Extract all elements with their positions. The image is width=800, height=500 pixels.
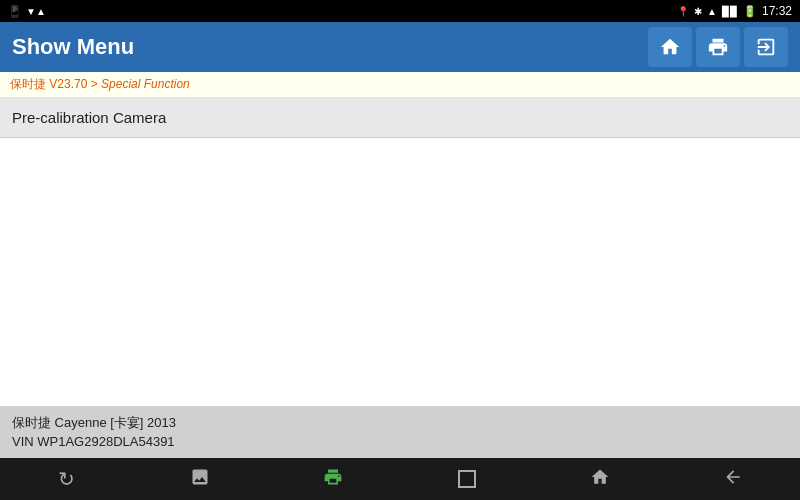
image-icon xyxy=(190,467,210,492)
breadcrumb-version: V23.70 xyxy=(49,77,87,91)
nav-refresh-button[interactable]: ↻ xyxy=(47,462,87,496)
square-icon xyxy=(458,470,476,488)
battery-icon: 🔋 xyxy=(743,5,757,18)
nav-square-button[interactable] xyxy=(447,462,487,496)
toolbar-actions xyxy=(648,27,788,67)
nav-print-button[interactable] xyxy=(313,462,353,496)
breadcrumb: 保时捷 V23.70 > Special Function xyxy=(0,72,800,98)
nav-image-button[interactable] xyxy=(180,462,220,496)
nav-home-icon xyxy=(590,467,610,492)
home-button[interactable] xyxy=(648,27,692,67)
location-icon: 📍 xyxy=(677,6,689,17)
list-item-label: Pre-calibration Camera xyxy=(12,109,166,126)
bluetooth-icon: ✱ xyxy=(694,6,702,17)
bottom-info-bar: 保时捷 Cayenne [卡宴] 2013 VIN WP1AG2928DLA54… xyxy=(0,406,800,458)
home-icon xyxy=(659,36,681,58)
breadcrumb-brand: 保时捷 V23.70 > Special Function xyxy=(10,76,190,93)
toolbar: Show Menu xyxy=(0,22,800,72)
status-bar-right: 📍 ✱ ▲ ▉▉ 🔋 17:32 xyxy=(677,4,792,18)
back-icon xyxy=(723,467,743,492)
nav-back-button[interactable] xyxy=(713,462,753,496)
vehicle-info-line1: 保时捷 Cayenne [卡宴] 2013 xyxy=(12,413,788,433)
nav-home-button[interactable] xyxy=(580,462,620,496)
vehicle-info-line2: VIN WP1AG2928DLA54391 xyxy=(12,432,788,452)
status-bar-left: 📱 ▼▲ xyxy=(8,5,46,18)
signal-icon: ▉▉ xyxy=(722,6,738,17)
print-icon xyxy=(707,36,729,58)
signal-icon2: ▼▲ xyxy=(26,6,46,17)
nav-bar: ↻ xyxy=(0,458,800,500)
exit-button[interactable] xyxy=(744,27,788,67)
refresh-icon: ↻ xyxy=(58,467,75,491)
breadcrumb-separator: > xyxy=(91,77,101,91)
wifi-icon: ▲ xyxy=(707,6,717,17)
main-content: Pre-calibration Camera xyxy=(0,98,800,406)
status-bar: 📱 ▼▲ 📍 ✱ ▲ ▉▉ 🔋 17:32 xyxy=(0,0,800,22)
breadcrumb-section: Special Function xyxy=(101,77,190,91)
clock: 17:32 xyxy=(762,4,792,18)
exit-icon xyxy=(755,36,777,58)
print-button[interactable] xyxy=(696,27,740,67)
nav-print-icon xyxy=(323,467,343,492)
page-title: Show Menu xyxy=(12,34,648,60)
android-icon: 📱 xyxy=(8,5,22,18)
list-item[interactable]: Pre-calibration Camera xyxy=(0,98,800,138)
breadcrumb-brand-text: 保时捷 xyxy=(10,77,46,91)
